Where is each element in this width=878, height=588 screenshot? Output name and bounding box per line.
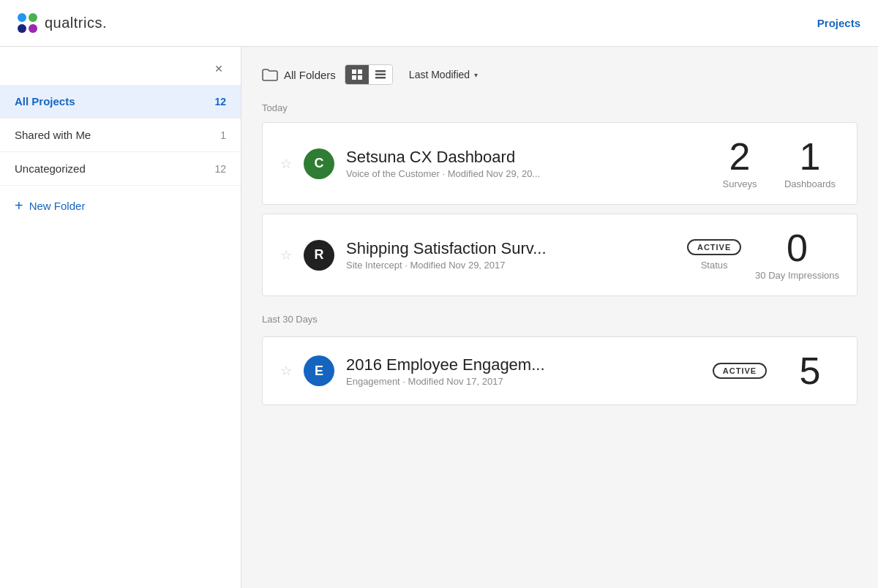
employee-status-stat: ACTIVE bbox=[710, 363, 769, 379]
sidebar-item-all-projects-label: All Projects bbox=[15, 95, 75, 108]
svg-rect-3 bbox=[358, 75, 362, 80]
shipping-impressions-number: 0 bbox=[755, 229, 839, 267]
last30-divider: Last 30 Days bbox=[262, 314, 858, 325]
grid-view-button[interactable] bbox=[345, 65, 369, 84]
star-shipping-button[interactable]: ☆ bbox=[280, 247, 292, 263]
shipping-info: Shipping Satisfaction Surv... Site Inter… bbox=[346, 239, 673, 271]
today-section-header: Today bbox=[262, 102, 858, 113]
svg-rect-4 bbox=[375, 70, 386, 72]
sidebar-header: × bbox=[0, 53, 241, 85]
employee-number-stat: 5 bbox=[781, 352, 839, 390]
logo-text: qualtrics. bbox=[45, 15, 107, 31]
shipping-status-badge: ACTIVE bbox=[687, 239, 741, 255]
sort-label: Last Modified bbox=[409, 69, 470, 80]
grid-view-icon bbox=[351, 69, 363, 80]
sidebar-item-all-projects-count: 12 bbox=[214, 96, 226, 108]
setsuna-dashboards-number: 1 bbox=[781, 137, 839, 176]
dot-tr bbox=[29, 13, 37, 22]
employee-meta: Engagement · Modified Nov 17, 2017 bbox=[346, 376, 699, 387]
employee-stat-number: 5 bbox=[781, 352, 839, 390]
sidebar-item-shared-label: Shared with Me bbox=[15, 129, 91, 141]
setsuna-surveys-number: 2 bbox=[710, 137, 769, 176]
close-sidebar-button[interactable]: × bbox=[209, 59, 229, 79]
sidebar-item-all-projects[interactable]: All Projects 12 bbox=[0, 85, 241, 118]
svg-rect-6 bbox=[375, 77, 386, 79]
shipping-impressions-label: 30 Day Impressions bbox=[755, 270, 839, 281]
last30-section-header: Last 30 Days bbox=[262, 314, 858, 325]
new-folder-button[interactable]: + New Folder bbox=[0, 186, 241, 226]
logo-dots bbox=[18, 13, 37, 33]
sidebar-item-shared-count: 1 bbox=[220, 129, 226, 141]
new-folder-label: New Folder bbox=[29, 200, 86, 212]
dot-bl bbox=[18, 24, 26, 33]
setsuna-info: Setsuna CX Dashboard Voice of the Custom… bbox=[346, 148, 699, 179]
content-area: All Folders Last Modified ▾ bbox=[241, 47, 878, 588]
sidebar-item-uncategorized-label: Uncategorized bbox=[15, 162, 86, 175]
employee-icon: E bbox=[304, 355, 334, 386]
dot-tl bbox=[18, 13, 26, 22]
sort-dropdown[interactable]: Last Modified ▾ bbox=[402, 64, 485, 85]
all-folders-text: All Folders bbox=[284, 69, 336, 81]
plus-icon: + bbox=[15, 197, 23, 214]
employee-name[interactable]: 2016 Employee Engagem... bbox=[346, 355, 699, 374]
toolbar: All Folders Last Modified ▾ bbox=[262, 64, 858, 85]
sidebar-item-uncategorized[interactable]: Uncategorized 12 bbox=[0, 152, 241, 186]
all-folders-button[interactable]: All Folders bbox=[262, 68, 336, 81]
star-employee-button[interactable]: ☆ bbox=[280, 363, 292, 379]
svg-rect-5 bbox=[375, 74, 386, 76]
sidebar-item-shared[interactable]: Shared with Me 1 bbox=[0, 118, 241, 152]
project-card-employee: ☆ E 2016 Employee Engagem... Engagement … bbox=[262, 336, 858, 405]
setsuna-dashboards-label: Dashboards bbox=[781, 178, 839, 189]
employee-status-badge: ACTIVE bbox=[713, 363, 767, 379]
shipping-impressions-stat: 0 30 Day Impressions bbox=[755, 229, 839, 281]
project-card-setsuna: ☆ C Setsuna CX Dashboard Voice of the Cu… bbox=[262, 122, 858, 205]
chevron-down-icon: ▾ bbox=[474, 71, 478, 79]
setsuna-dashboards-stat: 1 Dashboards bbox=[781, 137, 839, 189]
setsuna-surveys-label: Surveys bbox=[710, 178, 769, 189]
setsuna-surveys-stat: 2 Surveys bbox=[710, 137, 769, 189]
sidebar: × All Projects 12 Shared with Me 1 Uncat… bbox=[0, 47, 241, 588]
setsuna-name[interactable]: Setsuna CX Dashboard bbox=[346, 148, 699, 167]
dot-br bbox=[29, 24, 37, 33]
list-view-icon bbox=[375, 69, 386, 80]
folder-icon bbox=[262, 68, 278, 81]
project-card-shipping: ☆ R Shipping Satisfaction Surv... Site I… bbox=[262, 214, 858, 296]
list-view-button[interactable] bbox=[369, 65, 392, 84]
shipping-status-label: Status bbox=[685, 260, 743, 271]
svg-rect-2 bbox=[352, 75, 356, 80]
employee-info: 2016 Employee Engagem... Engagement · Mo… bbox=[346, 355, 699, 387]
shipping-status-stat: ACTIVE Status bbox=[685, 239, 743, 271]
top-navigation: qualtrics. Projects bbox=[0, 0, 878, 47]
svg-rect-1 bbox=[358, 69, 362, 74]
shipping-name[interactable]: Shipping Satisfaction Surv... bbox=[346, 239, 673, 258]
star-setsuna-button[interactable]: ☆ bbox=[280, 156, 292, 172]
nav-projects-link[interactable]: Projects bbox=[817, 17, 860, 29]
main-layout: × All Projects 12 Shared with Me 1 Uncat… bbox=[0, 47, 878, 588]
setsuna-icon: C bbox=[304, 148, 334, 179]
sidebar-item-uncategorized-count: 12 bbox=[214, 163, 226, 175]
shipping-meta: Site Intercept · Modified Nov 29, 2017 bbox=[346, 260, 673, 271]
view-toggle bbox=[345, 64, 393, 85]
setsuna-meta: Voice of the Customer · Modified Nov 29,… bbox=[346, 168, 699, 179]
svg-rect-0 bbox=[352, 69, 356, 74]
logo-area: qualtrics. bbox=[18, 13, 107, 33]
shipping-icon: R bbox=[304, 240, 334, 271]
